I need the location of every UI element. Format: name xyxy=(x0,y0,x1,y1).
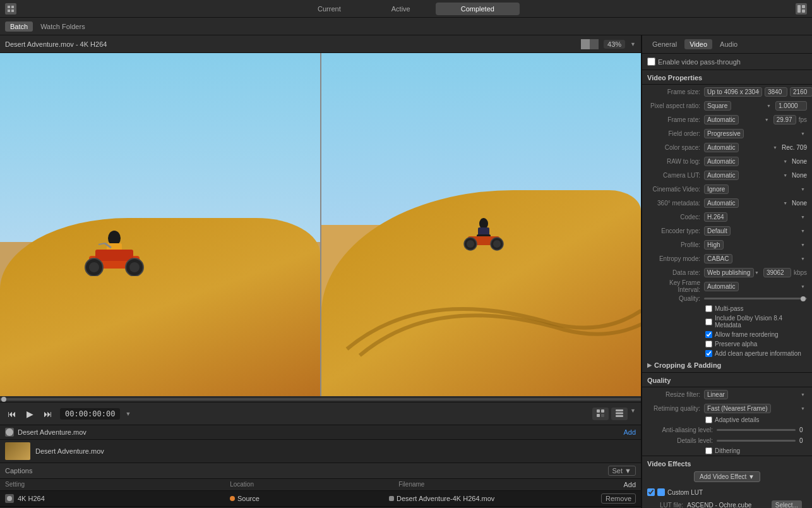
multi-pass-checkbox[interactable] xyxy=(705,305,712,312)
custom-lut-checkbox[interactable] xyxy=(647,488,655,496)
retiming-select[interactable]: Fast (Nearest Frame) xyxy=(704,404,771,413)
extra-options-chevron: ▼ xyxy=(630,408,636,420)
profile-row: Profile: High xyxy=(642,238,812,251)
custom-lut-effect: Custom LUT xyxy=(647,486,807,499)
meta-360-select[interactable]: Automatic xyxy=(704,198,739,208)
scrubber-thumb[interactable] xyxy=(1,397,6,402)
add-file-button[interactable]: Add xyxy=(623,428,636,436)
view-options-btn[interactable] xyxy=(592,408,609,420)
zoom-level[interactable]: 43% xyxy=(604,40,625,49)
video-divider[interactable] xyxy=(320,53,321,396)
dolby-checkbox[interactable] xyxy=(705,318,712,325)
clean-aperture-checkbox[interactable] xyxy=(705,350,712,357)
more-options-btn[interactable] xyxy=(611,408,628,420)
tab-video[interactable]: Video xyxy=(684,39,712,49)
tab-general[interactable]: General xyxy=(647,39,682,49)
add-setting-button[interactable]: Add xyxy=(623,481,636,488)
encoder-value: Default xyxy=(704,226,807,236)
resize-filter-select[interactable]: Linear xyxy=(704,390,728,399)
svg-rect-0 xyxy=(8,6,10,8)
camera-lut-label: Camera LUT: xyxy=(647,172,704,179)
batch-button[interactable]: Batch xyxy=(5,21,33,32)
col-setting: Setting xyxy=(5,481,230,488)
svg-rect-11 xyxy=(95,250,133,261)
zoom-chevron-icon: ▼ xyxy=(630,41,636,47)
layout-icon[interactable] xyxy=(796,3,807,15)
dithering-label: Dithering xyxy=(715,447,740,454)
keyframe-select[interactable]: Automatic xyxy=(704,282,739,291)
lut-file-value: ASCEND - Ochre.cube xyxy=(687,502,772,508)
frame-rate-select[interactable]: Automatic xyxy=(704,115,739,124)
tab-completed[interactable]: Completed xyxy=(436,3,520,15)
keyframe-label: Key Frame Interval: xyxy=(647,279,704,293)
profile-select[interactable]: High xyxy=(704,240,724,250)
raw-log-select[interactable]: Automatic xyxy=(704,157,739,166)
frame-size-select[interactable]: Up to 4096 x 2304 xyxy=(704,87,762,97)
color-space-label: Color space: xyxy=(647,144,704,151)
entropy-select[interactable]: CABAC xyxy=(704,254,732,263)
watch-folders-button[interactable]: Watch Folders xyxy=(35,21,90,32)
pixel-ar-num[interactable] xyxy=(775,101,807,111)
frame-size-label: Frame size: xyxy=(647,88,704,95)
anti-alias-slider[interactable] xyxy=(717,429,796,431)
file-header-name: Desert Adventure.mov xyxy=(18,428,623,436)
data-rate-row: Data rate: Web publishing kbps xyxy=(642,265,812,279)
split-view-toggle[interactable] xyxy=(581,39,599,49)
frame-size-height[interactable] xyxy=(790,87,812,97)
passthrough-checkbox[interactable] xyxy=(647,57,655,66)
tab-current[interactable]: Current xyxy=(292,3,366,15)
video-right xyxy=(321,53,642,396)
codec-select[interactable]: H.264 xyxy=(704,212,727,222)
frame-size-width[interactable] xyxy=(765,87,787,97)
grid-icon[interactable] xyxy=(5,3,16,15)
raw-log-label: RAW to log: xyxy=(647,158,704,165)
frame-reorder-checkbox[interactable] xyxy=(705,331,712,338)
multi-pass-label: Multi-pass xyxy=(715,305,744,312)
details-level-slider[interactable] xyxy=(717,440,796,442)
lut-select-button[interactable]: Select... xyxy=(772,500,802,508)
preview-title: Desert Adventure.mov - 4K H264 xyxy=(5,40,107,48)
adaptive-details-label: Adaptive details xyxy=(715,416,760,423)
setting-icon xyxy=(5,494,14,503)
video-effects-title: Video Effects xyxy=(647,460,691,468)
frame-rate-label: Frame rate: xyxy=(647,116,704,123)
svg-rect-26 xyxy=(597,409,600,413)
go-to-end-button[interactable]: ⏭ xyxy=(41,408,55,420)
remove-setting-button[interactable]: Remove xyxy=(601,493,636,504)
captions-set-button[interactable]: Set ▼ xyxy=(608,466,636,476)
cropping-header[interactable]: ▶ Cropping & Padding xyxy=(642,358,812,372)
color-space-select[interactable]: Automatic xyxy=(704,143,739,152)
play-button[interactable]: ▶ xyxy=(24,408,36,420)
encoder-select[interactable]: Default xyxy=(704,226,731,236)
meta-360-row: 360° metadata: Automatic None xyxy=(642,196,812,210)
quality-slider[interactable] xyxy=(704,298,807,299)
svg-rect-6 xyxy=(802,9,805,13)
svg-point-13 xyxy=(89,262,99,272)
dithering-checkbox[interactable] xyxy=(705,447,712,454)
adaptive-details-checkbox[interactable] xyxy=(705,416,712,423)
scrubber-track[interactable] xyxy=(0,398,641,401)
tab-audio[interactable]: Audio xyxy=(715,39,743,49)
cinematic-select[interactable]: Ignore xyxy=(704,184,729,194)
preserve-alpha-checkbox[interactable] xyxy=(705,341,712,348)
add-video-effect-button[interactable]: Add Video Effect ▼ xyxy=(694,471,760,482)
svg-rect-29 xyxy=(601,414,604,417)
frame-rate-num[interactable] xyxy=(773,115,796,124)
timecode-display[interactable]: 00:00:00:00 xyxy=(60,408,120,420)
frame-rate-unit: fps xyxy=(799,116,807,123)
file-item: Desert Adventure.mov xyxy=(0,440,641,463)
data-rate-select[interactable]: Web publishing xyxy=(704,268,754,277)
scrubber-area[interactable] xyxy=(0,396,641,402)
data-rate-num[interactable] xyxy=(763,268,791,277)
field-order-select[interactable]: Progressive xyxy=(704,129,744,138)
codec-label: Codec: xyxy=(647,214,704,221)
data-rate-value: Web publishing kbps xyxy=(704,268,807,277)
tab-active[interactable]: Active xyxy=(366,3,436,15)
field-order-label: Field order: xyxy=(647,130,704,137)
raw-log-row: RAW to log: Automatic None xyxy=(642,154,812,168)
pixel-ar-select[interactable]: Square xyxy=(704,101,731,111)
go-to-start-button[interactable]: ⏮ xyxy=(5,408,19,420)
camera-lut-select[interactable]: Automatic xyxy=(704,171,739,180)
video-effects-section: Video Effects Add Video Effect ▼ Custom … xyxy=(642,456,812,508)
frame-rate-value: Automatic fps xyxy=(704,115,807,124)
